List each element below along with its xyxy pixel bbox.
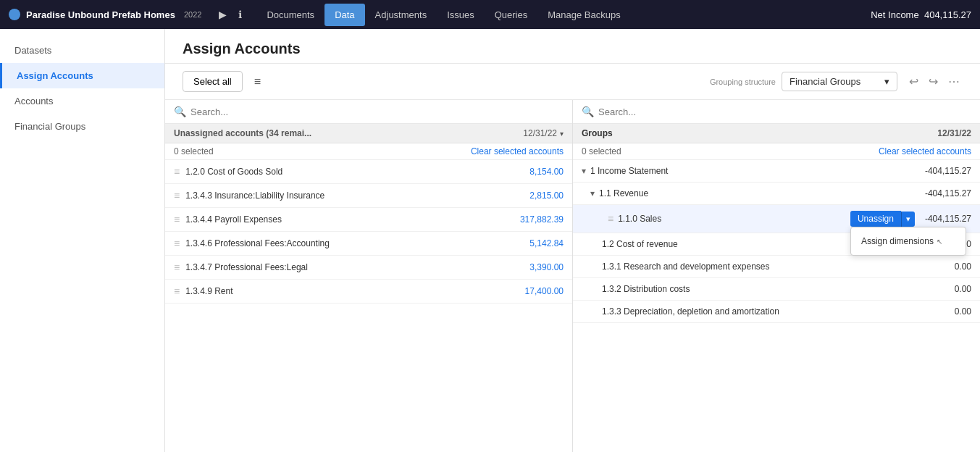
group-item-sales[interactable]: ≡ 1.1.0 Sales Unassign ▾ Assign dimensio… [573,205,980,233]
assign-dimensions-label: Assign dimensions [861,236,934,246]
group-item[interactable]: 1.3.1 Research and development expenses … [573,256,980,278]
left-selected-count: 0 selected [174,146,214,156]
group-value: 0.00 [955,284,971,294]
play-button[interactable]: ▶ [216,6,230,23]
sidebar: Datasets Assign Accounts Accounts Financ… [0,29,165,452]
sidebar-item-datasets[interactable]: Datasets [0,38,164,63]
tab-adjustments[interactable]: Adjustments [365,4,437,26]
tab-queries[interactable]: Queries [485,4,538,26]
tab-issues[interactable]: Issues [437,4,485,26]
list-item[interactable]: ≡ 1.3.4.4 Payroll Expenses 317,882.39 [165,208,572,232]
grouping-select[interactable]: Financial Groups ▾ [782,72,897,91]
account-name: 1.3.4.6 Professional Fees:Accounting [185,238,524,248]
list-item[interactable]: ≡ 1.2.0 Cost of Goods Sold 8,154.00 [165,160,572,184]
account-value: 2,815.00 [529,191,564,201]
group-name: 1.1 Revenue [599,188,921,198]
assign-dimensions-item[interactable]: Assign dimensions ↖ [851,230,966,252]
select-all-button[interactable]: Select all [183,71,243,92]
top-navigation: Paradise Unbound Prefab Homes 2022 ▶ ℹ D… [0,0,980,29]
groups-label: Groups [582,128,613,138]
right-panel: 🔍 Groups 12/31/22 0 selected Clear selec… [573,100,980,452]
redo-button[interactable]: ↪ [926,72,941,91]
right-search-input[interactable] [598,106,971,117]
account-name: 1.3.4.3 Insurance:Liability Insurance [185,191,524,201]
right-selected-count: 0 selected [582,146,621,156]
toolbar: Select all ≡ Grouping structure Financia… [165,64,980,100]
group-value: 0.00 [955,306,971,317]
group-value: -404,115.27 [925,214,971,224]
main-header: Assign Accounts [165,29,980,64]
unassigned-accounts-label: Unassigned accounts (34 remai... [174,128,311,138]
right-item-list: ▾ 1 Income Statement -404,115.27 ▾ 1.1 R… [573,160,980,452]
panels: 🔍 Unassigned accounts (34 remai... 12/31… [165,100,980,452]
account-value: 8,154.00 [529,167,564,177]
group-name: 1 Income Statement [590,166,921,176]
drag-handle: ≡ [174,190,180,201]
tab-manage-backups[interactable]: Manage Backups [537,4,630,26]
list-item[interactable]: ≡ 1.3.4.3 Insurance:Liability Insurance … [165,184,572,208]
left-item-list: ≡ 1.2.0 Cost of Goods Sold 8,154.00 ≡ 1.… [165,160,572,452]
group-name: 1.3.3 Depreciation, depletion and amorti… [602,306,950,317]
unassign-dropdown-arrow[interactable]: ▾ [901,212,915,227]
group-item[interactable]: 1.3.2 Distribution costs 0.00 [573,278,980,301]
tab-documents[interactable]: Documents [256,4,324,26]
left-panel-header: Unassigned accounts (34 remai... 12/31/2… [165,124,572,143]
account-value: 317,882.39 [520,214,564,225]
page-title: Assign Accounts [183,41,963,57]
group-item[interactable]: ▾ 1.1 Revenue -404,115.27 [573,183,980,205]
more-button[interactable]: ⋯ [945,72,963,91]
account-name: 1.3.4.9 Rent [185,286,519,296]
drag-handle: ≡ [174,285,180,297]
nav-tabs: Documents Data Adjustments Issues Querie… [256,4,630,26]
expand-icon[interactable]: ▾ [582,166,586,176]
main-content: Assign Accounts Select all ≡ Grouping st… [165,29,980,452]
drag-handle: ≡ [174,261,180,273]
tab-data[interactable]: Data [324,4,364,26]
group-item[interactable]: 1.3.3 Depreciation, depletion and amorti… [573,301,980,323]
app-icon [9,9,20,20]
right-search-icon: 🔍 [582,106,594,117]
drag-handle: ≡ [174,214,180,225]
undo-button[interactable]: ↩ [906,72,921,91]
group-name: 1.3.1 Research and development expenses [602,261,950,272]
drag-handle: ≡ [608,213,613,225]
toolbar-actions: ↩ ↪ ⋯ [906,72,963,91]
info-button[interactable]: ℹ [235,6,245,23]
left-search-input[interactable] [190,106,564,117]
group-name: 1.1.0 Sales [618,214,846,224]
account-name: 1.2.0 Cost of Goods Sold [185,167,524,177]
unassign-button[interactable]: Unassign [850,211,901,227]
drag-handle: ≡ [174,166,180,177]
account-value: 5,142.84 [529,238,564,248]
list-item[interactable]: ≡ 1.3.4.9 Rent 17,400.00 [165,280,572,304]
account-value: 3,390.00 [529,262,564,272]
left-panel: 🔍 Unassigned accounts (34 remai... 12/31… [165,100,573,452]
account-name: 1.3.4.4 Payroll Expenses [185,214,514,225]
sidebar-item-assign-accounts[interactable]: Assign Accounts [0,63,164,88]
left-clear-link[interactable]: Clear selected accounts [471,146,564,156]
grouping-label: Grouping structure [710,78,776,86]
app-title: Paradise Unbound Prefab Homes [26,9,175,20]
cursor-indicator: ↖ [937,238,942,246]
sidebar-item-accounts[interactable]: Accounts [0,88,164,114]
account-value: 17,400.00 [525,286,564,296]
filter-button[interactable]: ≡ [254,75,261,88]
app-year: 2022 [184,10,201,19]
left-selection-row: 0 selected Clear selected accounts [165,143,572,160]
right-clear-link[interactable]: Clear selected accounts [879,146,971,156]
group-item[interactable]: ▾ 1 Income Statement -404,115.27 [573,160,980,183]
right-selection-row: 0 selected Clear selected accounts [573,143,980,160]
sidebar-item-financial-groups[interactable]: Financial Groups [0,114,164,139]
drag-handle: ≡ [174,238,180,249]
left-search-icon: 🔍 [174,106,186,117]
list-item[interactable]: ≡ 1.3.4.6 Professional Fees:Accounting 5… [165,232,572,256]
assign-dimensions-popup: Assign dimensions ↖ [850,227,966,256]
right-panel-header: Groups 12/31/22 [573,124,980,143]
left-date-badge[interactable]: 12/31/22 ▾ [523,128,564,138]
right-date: 12/31/22 [937,128,971,138]
list-item[interactable]: ≡ 1.3.4.7 Professional Fees:Legal 3,390.… [165,256,572,280]
expand-icon[interactable]: ▾ [590,188,595,198]
group-value: -404,115.27 [925,166,971,176]
nav-icons: ▶ ℹ [216,6,245,23]
group-value: -404,115.27 [925,188,971,198]
